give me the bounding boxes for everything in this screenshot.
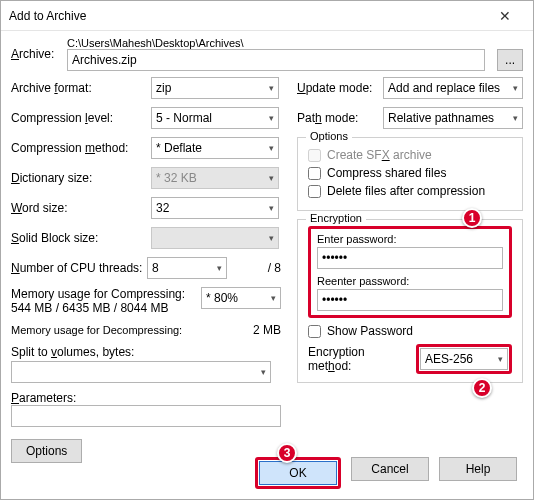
window-title: Add to Archive [9,9,485,23]
delete-after-label: Delete files after compression [327,184,485,198]
mem-compress-select[interactable]: * 80%▾ [201,287,281,309]
archive-filename-input[interactable] [67,49,485,71]
compression-method-select[interactable]: * Deflate▾ [151,137,279,159]
options-group-title: Options [306,130,352,142]
cpu-threads-select[interactable]: 8▾ [147,257,227,279]
compress-shared-label: Compress shared files [327,166,446,180]
help-button[interactable]: Help [439,457,517,481]
mem-decompress-value: 2 MB [211,323,281,337]
dictionary-size-select: * 32 KB▾ [151,167,279,189]
show-password-checkbox[interactable] [308,325,321,338]
mem-compress-detail: 544 MB / 6435 MB / 8044 MB [11,301,191,315]
solid-block-label: Solid Block size: [11,231,151,245]
encryption-group-title: Encryption [306,212,366,224]
compression-method-label: Compression method: [11,141,151,155]
update-mode-label: Update mode: [297,81,383,95]
cpu-threads-label: Number of CPU threads: [11,261,147,275]
parameters-label: Parameters: [11,391,151,405]
enter-password-input[interactable] [317,247,503,269]
encryption-method-label: Encryption method: [308,345,408,373]
compression-level-label: Compression level: [11,111,151,125]
archive-format-label: Archive format: [11,81,151,95]
sfx-checkbox [308,149,321,162]
split-volumes-select[interactable]: ▾ [11,361,271,383]
options-button[interactable]: Options [11,439,82,463]
solid-block-select: ▾ [151,227,279,249]
archive-format-select[interactable]: zip▾ [151,77,279,99]
browse-button[interactable]: ... [497,49,523,71]
badge-3: 3 [277,443,297,463]
split-volumes-label: Split to volumes, bytes: [11,345,151,359]
archive-label: Archive: [11,47,67,61]
show-password-label: Show Password [327,324,413,338]
update-mode-select[interactable]: Add and replace files▾ [383,77,523,99]
encryption-method-select[interactable]: AES-256▾ [420,348,508,370]
mem-decompress-label: Memory usage for Decompressing: [11,324,211,336]
reenter-password-input[interactable] [317,289,503,311]
archive-path: C:\Users\Mahesh\Desktop\Archives\ [67,37,523,49]
delete-after-checkbox[interactable] [308,185,321,198]
word-size-label: Word size: [11,201,151,215]
reenter-password-label: Reenter password: [317,275,503,287]
ok-button[interactable]: OK [259,461,337,485]
path-mode-select[interactable]: Relative pathnames▾ [383,107,523,129]
enter-password-label: Enter password: [317,233,503,245]
close-button[interactable]: ✕ [485,1,525,31]
cancel-button[interactable]: Cancel [351,457,429,481]
badge-2: 2 [472,378,492,398]
compress-shared-checkbox[interactable] [308,167,321,180]
badge-1: 1 [462,208,482,228]
mem-compress-label: Memory usage for Compressing: [11,287,191,301]
parameters-input[interactable] [11,405,281,427]
sfx-label: Create SFX archive [327,148,432,162]
cpu-threads-max: / 8 [231,261,281,275]
word-size-select[interactable]: 32▾ [151,197,279,219]
password-highlight-box: Enter password: Reenter password: [308,226,512,318]
compression-level-select[interactable]: 5 - Normal▾ [151,107,279,129]
path-mode-label: Path mode: [297,111,383,125]
ok-highlight-box: OK [255,457,341,489]
dictionary-size-label: Dictionary size: [11,171,151,185]
